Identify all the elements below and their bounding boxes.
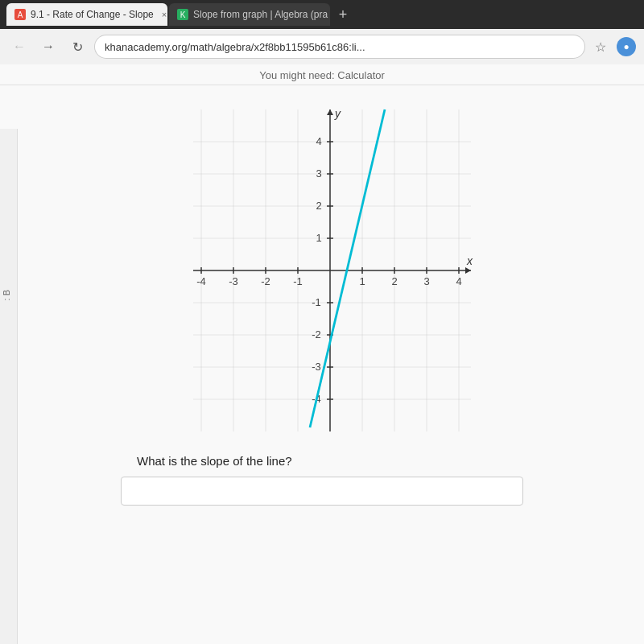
svg-text:-1: -1 <box>293 275 303 287</box>
back-button[interactable]: ← <box>8 35 31 58</box>
svg-text:-2: -2 <box>261 275 270 287</box>
tab-bar: A 9.1 - Rate of Change - Slope × K Slope… <box>0 0 644 29</box>
svg-text:1: 1 <box>359 275 365 287</box>
svg-text:2: 2 <box>391 275 397 287</box>
question-area: What is the slope of the line? <box>113 454 531 469</box>
svg-text:-1: -1 <box>312 296 321 308</box>
top-hint-text: You might need: Calculator <box>259 69 385 81</box>
svg-text:2: 2 <box>316 200 321 212</box>
svg-text:3: 3 <box>423 275 429 287</box>
forward-button[interactable]: → <box>37 35 60 58</box>
svg-text:-2: -2 <box>312 328 321 341</box>
tab-icon-1: A <box>14 9 26 20</box>
page-content: : B You might need: Calculator <box>0 64 644 644</box>
svg-text:-3: -3 <box>229 275 238 287</box>
answer-input-box[interactable] <box>121 477 523 506</box>
svg-text:4: 4 <box>316 135 321 147</box>
question-text: What is the slope of the line? <box>137 454 292 468</box>
top-hint-bar: You might need: Calculator <box>0 64 644 85</box>
tab-close-1[interactable]: × <box>162 8 167 21</box>
svg-text:-3: -3 <box>312 361 321 373</box>
svg-text:x: x <box>466 254 473 267</box>
svg-text:y: y <box>334 107 341 120</box>
svg-text:4: 4 <box>456 275 461 287</box>
tab-label-1: 9.1 - Rate of Change - Slope <box>31 9 154 20</box>
svg-marker-19 <box>465 267 471 274</box>
content-area: -4 -3 -2 -1 1 2 3 <box>0 85 644 506</box>
address-input[interactable] <box>95 35 584 58</box>
bookmark-star[interactable]: ☆ <box>591 37 610 56</box>
browser-window: A 9.1 - Rate of Change - Slope × K Slope… <box>0 0 644 64</box>
slope-line <box>310 109 385 427</box>
svg-text:3: 3 <box>316 167 321 180</box>
tab-icon-2: K <box>177 9 188 20</box>
svg-marker-21 <box>327 109 333 115</box>
new-tab-button[interactable]: + <box>332 3 354 26</box>
tab-label-2: Slope from graph | Algebra (pra <box>193 9 328 20</box>
tab-slope-graph[interactable]: K Slope from graph | Algebra (pra × <box>169 3 330 26</box>
profile-button[interactable]: ● <box>617 37 636 56</box>
tab-rate-of-change[interactable]: A 9.1 - Rate of Change - Slope × <box>6 3 167 26</box>
svg-text:1: 1 <box>316 232 321 244</box>
coordinate-plane: -4 -3 -2 -1 1 2 3 <box>169 93 475 448</box>
graph-container: -4 -3 -2 -1 1 2 3 <box>169 93 475 448</box>
address-bar-row: ← → ↻ ☆ ● <box>0 29 644 64</box>
svg-text:-4: -4 <box>196 275 206 287</box>
refresh-button[interactable]: ↻ <box>66 35 89 58</box>
